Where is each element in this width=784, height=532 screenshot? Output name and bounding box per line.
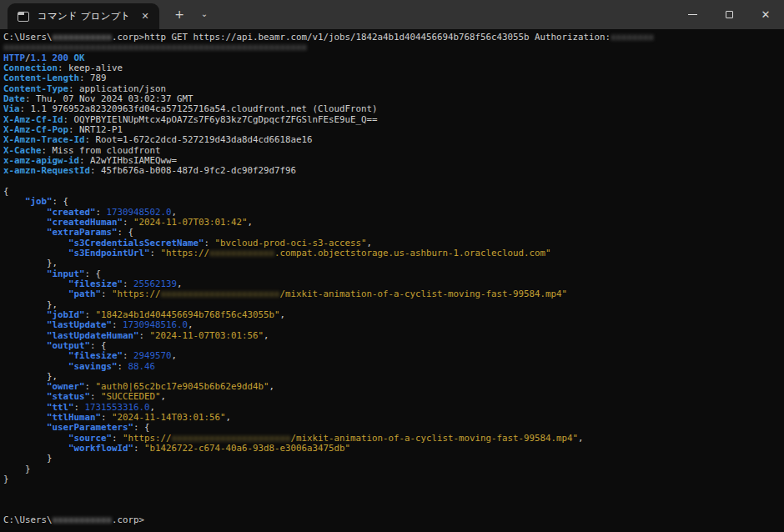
terminal-text-segment: "filesize" bbox=[68, 279, 123, 289]
terminal-text-segment: Content-Type bbox=[3, 83, 68, 94]
terminal-text-segment: }, bbox=[3, 299, 58, 310]
terminal-text-segment: "2024-11-07T03:01:42" bbox=[133, 217, 248, 228]
terminal-line: "savings": 88.46 bbox=[3, 362, 784, 372]
terminal-text-segment bbox=[3, 350, 68, 361]
terminal-text-segment: 1731553316.0 bbox=[85, 402, 150, 413]
terminal-text-segment: 2949570 bbox=[133, 350, 172, 361]
maximize-button[interactable] bbox=[711, 0, 747, 29]
terminal-text-segment: "s3EndpointUrl" bbox=[68, 248, 150, 258]
terminal-text-segment: xxxxxxxxxxxxxxxxxxxxxx bbox=[161, 289, 280, 299]
close-button[interactable]: ✕ bbox=[747, 0, 784, 29]
terminal-text-segment: : Thu, 07 Nov 2024 03:02:37 GMT bbox=[25, 93, 193, 104]
terminal-text-segment: , bbox=[188, 319, 193, 330]
terminal-text-segment: "ttl" bbox=[47, 402, 74, 413]
terminal-line: x-amzn-RequestId: 45fb676a-b008-487d-9fc… bbox=[3, 166, 784, 176]
terminal-text-segment bbox=[3, 207, 47, 218]
terminal-text-segment bbox=[3, 196, 25, 207]
terminal-text-segment bbox=[3, 309, 47, 320]
terminal-text-segment: xxxxxxxxxxxxxxxxxxxxxx bbox=[172, 433, 291, 444]
terminal-text-segment: 25562139 bbox=[133, 279, 177, 289]
window-controls: ✕ bbox=[674, 0, 784, 29]
terminal-line: xxxxxxxxxxxxxxxxxxxxxxxxxxxxxxxxxxxxxxxx… bbox=[3, 43, 784, 53]
terminal-text-segment: : { bbox=[85, 269, 102, 279]
tab-dropdown-button[interactable]: ⌄ bbox=[193, 3, 216, 27]
terminal-text-segment: "filesize" bbox=[68, 350, 123, 361]
terminal-text-segment: , bbox=[367, 238, 373, 248]
terminal-text-segment bbox=[3, 433, 68, 444]
terminal-text-segment: "status" bbox=[47, 391, 90, 402]
terminal-line: C:\Users\xxxxxxxxxxx.corp> bbox=[3, 515, 784, 525]
minimize-button[interactable] bbox=[674, 0, 711, 29]
terminal-text-segment: Via bbox=[3, 103, 20, 114]
terminal-text-segment: , bbox=[269, 381, 275, 392]
terminal-text-segment: , bbox=[280, 309, 286, 320]
tab-command-prompt[interactable]: コマンド プロンプト ✕ bbox=[8, 3, 159, 29]
tab-close-icon[interactable]: ✕ bbox=[138, 9, 153, 24]
terminal-line: Connection: keep-alive bbox=[3, 63, 784, 73]
terminal-text-segment: , bbox=[150, 402, 156, 413]
terminal-text-segment: : { bbox=[53, 196, 69, 207]
terminal-output[interactable]: C:\Users\xxxxxxxxxxx.corp>http GET https… bbox=[0, 29, 784, 532]
terminal-line: "workflowId": "b1426722-c674-40a6-93d8-e… bbox=[3, 444, 784, 454]
terminal-text-segment: "1842a4b1d404456694b768f56c43055b" bbox=[96, 309, 280, 320]
terminal-text-segment: "createdHuman" bbox=[47, 217, 123, 228]
terminal-text-segment: Content-Length bbox=[3, 73, 79, 83]
terminal-text-segment bbox=[3, 269, 47, 279]
terminal-text-segment: X-Amz-Cf-Pop bbox=[3, 124, 68, 135]
terminal-text-segment bbox=[3, 217, 47, 228]
terminal-text-segment: "lastUpdateHuman" bbox=[47, 330, 139, 341]
terminal-text-segment: : bbox=[123, 279, 133, 289]
terminal-text-segment: : Miss from cloudfront bbox=[42, 145, 161, 156]
terminal-text-segment: "lastUpdate" bbox=[47, 319, 112, 330]
terminal-text-segment: "SUCCEEDED" bbox=[101, 391, 161, 402]
terminal-text-segment: : bbox=[118, 361, 128, 372]
terminal-text-segment: 200 bbox=[53, 53, 69, 63]
terminal-text-segment: C:\Users\ bbox=[3, 514, 53, 525]
terminal-text-segment: : 789 bbox=[79, 73, 107, 83]
terminal-text-segment bbox=[3, 340, 47, 351]
terminal-text-segment: "path" bbox=[68, 289, 101, 299]
terminal-text-segment: : 45fb676a-b008-487d-9fc2-dc90f29d7f96 bbox=[90, 165, 296, 176]
terminal-text-segment: , bbox=[172, 350, 178, 361]
terminal-text-segment: "owner" bbox=[47, 381, 85, 392]
terminal-line: "s3EndpointUrl": "https://xxxxxxxxxxxx.c… bbox=[3, 248, 784, 258]
terminal-text-segment bbox=[3, 422, 47, 433]
terminal-text-segment: Connection bbox=[3, 63, 58, 73]
terminal-text-segment: "created" bbox=[47, 207, 96, 218]
terminal-text-segment: : A2wYIHbsIAMEQww= bbox=[79, 155, 177, 166]
terminal-text-segment bbox=[3, 381, 47, 392]
terminal-text-segment bbox=[3, 402, 47, 413]
title-bar: コマンド プロンプト ✕ + ⌄ ✕ bbox=[0, 0, 784, 29]
terminal-text-segment bbox=[3, 391, 47, 402]
terminal-text-segment: : bbox=[85, 309, 96, 320]
terminal-text-segment: : OQYPBYIElNUpMtcx4pOA7Zs7F6y83kz7CgDpqc… bbox=[63, 114, 378, 125]
terminal-text-segment: x-amz-apigw-id bbox=[3, 155, 79, 166]
terminal-line: } bbox=[3, 454, 784, 464]
terminal-text-segment: xxxxxxxx bbox=[611, 32, 654, 43]
terminal-window: コマンド プロンプト ✕ + ⌄ ✕ C:\Users\xxxxxxxxxxx.… bbox=[0, 0, 784, 532]
terminal-text-segment: : Root=1-672c2dcd-527219d43da8d4cd6618ae… bbox=[85, 134, 313, 145]
terminal-text-segment: : keep-alive bbox=[58, 63, 123, 73]
terminal-text-segment: , bbox=[264, 330, 269, 341]
terminal-text-segment: }, bbox=[3, 258, 58, 269]
terminal-text-segment: Date bbox=[3, 93, 25, 104]
terminal-text-segment: "input" bbox=[47, 269, 85, 279]
terminal-text-segment: : bbox=[74, 402, 85, 413]
terminal-text-segment: X-Amzn-Trace-Id bbox=[3, 134, 85, 145]
terminal-text-segment: : bbox=[204, 238, 215, 248]
terminal-text-segment: "workflowId" bbox=[68, 443, 133, 454]
terminal-text-segment: , bbox=[248, 217, 254, 228]
terminal-text-segment: "extraParams" bbox=[47, 227, 118, 238]
terminal-line bbox=[3, 177, 784, 187]
new-tab-button[interactable]: + bbox=[168, 3, 191, 27]
terminal-text-segment: : bbox=[139, 330, 150, 341]
terminal-text-segment: "source" bbox=[68, 433, 112, 444]
terminal-line: "lastUpdateHuman": "2024-11-07T03:01:56"… bbox=[3, 331, 784, 341]
terminal-text-segment: "2024-11-14T03:01:56" bbox=[112, 412, 226, 423]
terminal-text-segment bbox=[3, 412, 47, 423]
tab-title: コマンド プロンプト bbox=[38, 10, 138, 23]
terminal-text-segment: : bbox=[96, 207, 107, 218]
terminal-text-segment: } bbox=[3, 464, 31, 474]
terminal-text-segment: : bbox=[90, 391, 101, 402]
terminal-text-segment: : 1.1 976952a82320963fd04ca57125716a54.c… bbox=[20, 103, 378, 114]
